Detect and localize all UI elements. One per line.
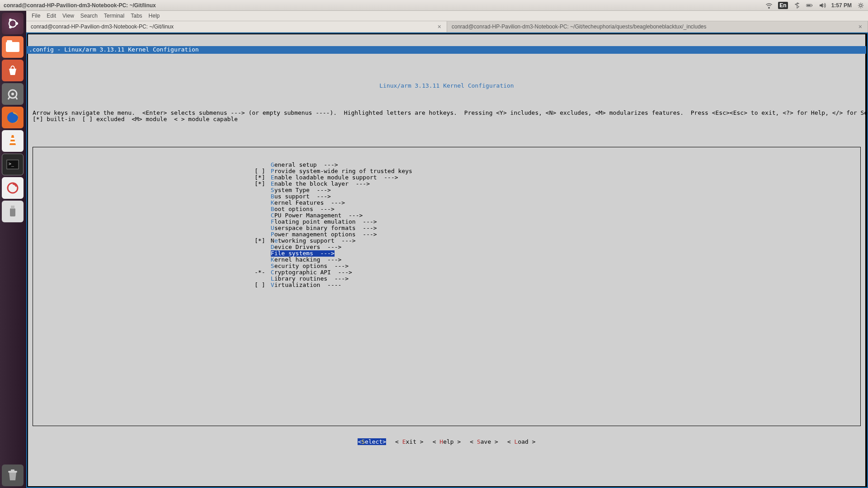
menuconfig-item[interactable]: Kernel Features ---> — [255, 200, 860, 206]
menuconfig-item[interactable]: File systems ---> — [255, 250, 860, 257]
menuconfig-title: Linux/arm 3.13.11 Kernel Configuration — [28, 83, 865, 89]
svg-rect-25 — [11, 206, 14, 209]
system-tray: En 1:57 PM — [765, 2, 864, 9]
menuconfig-item[interactable]: [ ] Virtualization ---- — [255, 282, 860, 288]
svg-rect-2 — [807, 5, 811, 6]
menuconfig-item[interactable]: [ ] Provide system-wide ring of trusted … — [255, 168, 860, 174]
gear-icon[interactable] — [857, 2, 864, 9]
menu-file[interactable]: File — [29, 12, 43, 20]
svg-rect-1 — [811, 5, 812, 6]
menu-help[interactable]: Help — [146, 12, 163, 20]
menuconfig-help-button[interactable]: < Help > — [433, 438, 461, 445]
volume-icon[interactable] — [819, 2, 826, 9]
menuconfig-item[interactable]: Library routines ---> — [255, 276, 860, 282]
menuconfig-menu[interactable]: General setup --->[ ] Provide system-wid… — [33, 162, 860, 288]
keyboard-layout-indicator[interactable]: En — [778, 2, 788, 9]
software-center-icon[interactable] — [2, 60, 24, 81]
ubuntu-dash-icon[interactable] — [2, 13, 24, 34]
svg-point-14 — [9, 19, 12, 21]
svg-rect-24 — [10, 208, 15, 216]
menuconfig-menu-box: General setup --->[ ] Provide system-wid… — [33, 147, 861, 426]
svg-line-10 — [859, 7, 859, 7]
menu-tabs[interactable]: Tabs — [128, 12, 145, 20]
menuconfig-item[interactable]: Floating point emulation ---> — [255, 219, 860, 225]
clock[interactable]: 1:57 PM — [831, 2, 852, 9]
menuconfig-item[interactable]: Device Drivers ---> — [255, 244, 860, 250]
svg-point-13 — [15, 22, 18, 25]
terminal-body-wrap: .config - Linux/arm 3.13.11 Kernel Confi… — [26, 33, 868, 488]
svg-point-15 — [9, 26, 12, 28]
terminal-tabbar: conrad@conrad-HP-Pavilion-dm3-Notebook-P… — [26, 21, 868, 33]
svg-line-11 — [862, 3, 863, 4]
menuconfig-item[interactable]: [*] Enable the block layer ---> — [255, 181, 860, 187]
menu-edit[interactable]: Edit — [44, 12, 59, 20]
terminal-icon[interactable]: >_ — [2, 154, 24, 175]
menuconfig-save-button[interactable]: < Save > — [470, 438, 498, 445]
menuconfig-item[interactable]: Boot options ---> — [255, 206, 860, 212]
terminal-output[interactable]: .config - Linux/arm 3.13.11 Kernel Confi… — [27, 33, 867, 487]
top-panel: conrad@conrad-HP-Pavilion-dm3-Notebook-P… — [0, 0, 868, 11]
bluetooth-icon[interactable] — [793, 2, 801, 9]
menuconfig-item[interactable]: Kernel hacking ---> — [255, 257, 860, 263]
settings-icon[interactable] — [2, 83, 24, 105]
svg-rect-19 — [11, 138, 14, 140]
desktop: File Edit View Search Terminal Tabs Help… — [26, 11, 868, 488]
menuconfig-statusline: .config - Linux/arm 3.13.11 Kernel Confi… — [27, 46, 866, 54]
svg-rect-27 — [11, 469, 14, 471]
document-viewer-icon[interactable] — [2, 177, 24, 199]
menu-view[interactable]: View — [60, 12, 77, 20]
svg-line-9 — [862, 7, 863, 7]
vlc-icon[interactable] — [2, 130, 24, 152]
terminal-menubar: File Edit View Search Terminal Tabs Help — [26, 11, 868, 21]
menuconfig-item[interactable]: Security options ---> — [255, 263, 860, 269]
window-title: conrad@conrad-HP-Pavilion-dm3-Notebook-P… — [4, 2, 156, 9]
terminal-tab-2[interactable]: conrad@conrad-HP-Pavilion-dm3-Notebook-P… — [447, 21, 868, 32]
menuconfig-select-button[interactable]: <Select> — [358, 438, 386, 445]
menuconfig-item[interactable]: Userspace binary formats ---> — [255, 225, 860, 231]
menuconfig-item[interactable]: Power management options ---> — [255, 231, 860, 238]
menuconfig-item[interactable]: -*- Cryptographic API ---> — [255, 269, 860, 276]
menuconfig-exit-button[interactable]: < Exit > — [395, 438, 424, 445]
menuconfig-instructions: Arrow keys navigate the menu. <Enter> se… — [28, 103, 865, 131]
svg-point-17 — [11, 93, 14, 95]
menu-search[interactable]: Search — [78, 12, 100, 20]
svg-point-3 — [859, 4, 862, 6]
close-icon[interactable]: × — [858, 23, 863, 30]
menu-terminal[interactable]: Terminal — [101, 12, 127, 20]
menuconfig-load-button[interactable]: < Load > — [507, 438, 536, 445]
wifi-icon[interactable] — [765, 2, 773, 9]
menuconfig-item[interactable]: Bus support ---> — [255, 193, 860, 200]
terminal-tab-label: conrad@conrad-HP-Pavilion-dm3-Notebook-P… — [31, 23, 174, 30]
menuconfig-button-bar: <Select>< Exit >< Help >< Save >< Load > — [28, 439, 865, 446]
terminal-window: File Edit View Search Terminal Tabs Help… — [26, 11, 868, 488]
firefox-icon[interactable] — [2, 107, 24, 128]
files-icon[interactable] — [2, 36, 24, 58]
trash-icon[interactable] — [2, 465, 24, 486]
close-icon[interactable]: × — [437, 23, 442, 30]
terminal-tab-label: conrad@conrad-HP-Pavilion-dm3-Notebook-P… — [452, 23, 707, 30]
svg-line-8 — [859, 3, 859, 4]
usb-drive-icon[interactable] — [2, 201, 24, 222]
svg-rect-20 — [10, 141, 15, 143]
terminal-tab-1[interactable]: conrad@conrad-HP-Pavilion-dm3-Notebook-P… — [26, 21, 447, 32]
menuconfig-item[interactable]: System Type ---> — [255, 187, 860, 193]
svg-text:>_: >_ — [9, 161, 14, 167]
battery-icon[interactable] — [806, 2, 813, 9]
menuconfig-item[interactable]: [*] Enable loadable module support ---> — [255, 174, 860, 181]
menuconfig-item[interactable]: CPU Power Management ---> — [255, 212, 860, 219]
menuconfig-item[interactable]: [*] Networking support ---> — [255, 238, 860, 244]
unity-launcher: >_ — [0, 11, 26, 488]
menuconfig-item[interactable]: General setup ---> — [255, 162, 860, 168]
